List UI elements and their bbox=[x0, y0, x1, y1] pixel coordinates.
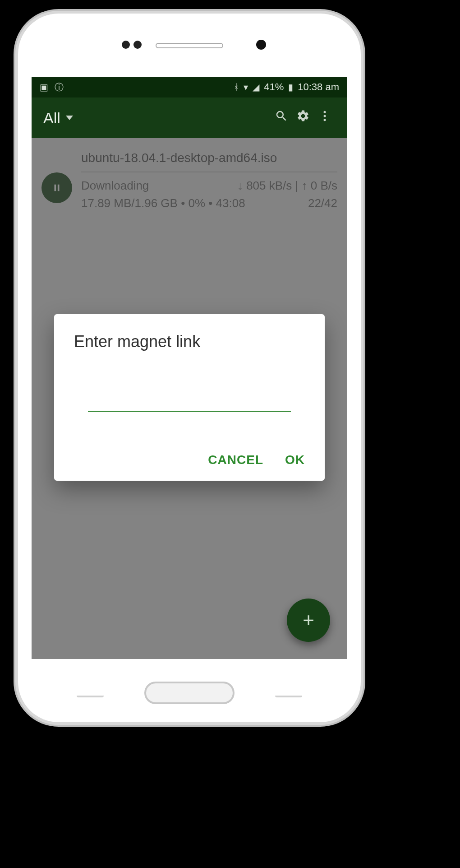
settings-button[interactable] bbox=[292, 109, 314, 126]
search-button[interactable] bbox=[271, 109, 292, 126]
content-area: ubuntu-18.04.1-desktop-amd64.iso Downloa… bbox=[32, 138, 347, 659]
phone-front-camera bbox=[256, 40, 266, 50]
phone-softkey-left bbox=[77, 688, 104, 697]
chevron-down-icon bbox=[66, 116, 73, 120]
dialog-actions: CANCEL OK bbox=[74, 453, 305, 467]
bluetooth-icon: ᚼ bbox=[234, 82, 239, 93]
add-fab[interactable]: + bbox=[287, 599, 330, 642]
phone-speaker bbox=[156, 43, 223, 48]
svg-point-1 bbox=[324, 115, 326, 117]
phone-frame: ▣ ⓘ ᚼ ▾ ◢ 41% ▮ 10:38 am All bbox=[18, 14, 361, 722]
svg-point-2 bbox=[324, 119, 326, 121]
status-time: 10:38 am bbox=[298, 81, 339, 93]
plus-icon: + bbox=[303, 609, 314, 631]
magnet-link-dialog: Enter magnet link CANCEL OK bbox=[54, 314, 325, 481]
device-screen: ▣ ⓘ ᚼ ▾ ◢ 41% ▮ 10:38 am All bbox=[32, 77, 347, 659]
search-icon bbox=[275, 109, 288, 123]
cell-signal-icon: ◢ bbox=[253, 82, 259, 93]
magnet-link-input[interactable] bbox=[88, 387, 291, 412]
info-icon: ⓘ bbox=[55, 81, 64, 93]
cancel-button[interactable]: CANCEL bbox=[208, 453, 263, 467]
phone-sensor-dots bbox=[122, 41, 142, 49]
wifi-icon: ▾ bbox=[244, 82, 248, 93]
ok-button[interactable]: OK bbox=[285, 453, 305, 467]
app-bar: All bbox=[32, 97, 347, 138]
dialog-title: Enter magnet link bbox=[74, 332, 305, 351]
gear-icon bbox=[296, 109, 310, 123]
status-bar: ▣ ⓘ ᚼ ▾ ◢ 41% ▮ 10:38 am bbox=[32, 77, 347, 97]
battery-text: 41% bbox=[264, 81, 284, 93]
battery-icon: ▮ bbox=[288, 82, 293, 93]
svg-point-0 bbox=[324, 111, 326, 113]
overflow-button[interactable] bbox=[314, 109, 336, 126]
phone-softkey-right bbox=[275, 688, 302, 697]
filter-label: All bbox=[43, 109, 60, 127]
more-vert-icon bbox=[318, 109, 331, 123]
phone-home-button bbox=[144, 682, 235, 704]
image-icon: ▣ bbox=[40, 82, 48, 93]
filter-dropdown[interactable]: All bbox=[43, 109, 73, 127]
